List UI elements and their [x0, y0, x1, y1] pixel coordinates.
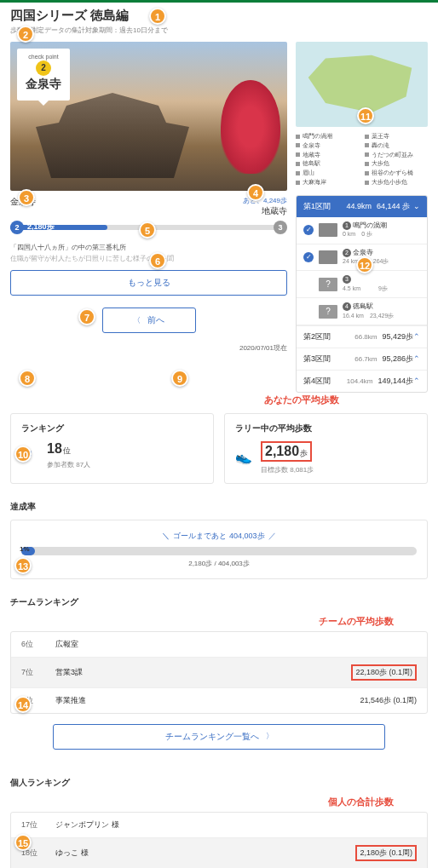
indiv-rank-table: 17位ジャンボプリン 様 18位ゆっこ 様2,180歩 (0.1周) 19位ya…: [10, 812, 428, 868]
chevron-left-icon: 〈: [133, 315, 141, 326]
table-row[interactable]: 18位ゆっこ 様2,180歩 (0.1周): [11, 838, 427, 868]
team-note: チームの平均歩数: [10, 615, 428, 628]
callout-14: 14: [14, 696, 32, 713]
team-rank-table: 6位広報室 7位営業3課22,180歩 (0.1周) 8位事業推進21,546歩…: [10, 631, 428, 714]
shoe-icon: 👟: [235, 449, 252, 466]
table-row[interactable]: 8位事業推進21,546歩 (0.1周): [11, 688, 427, 713]
section-4-row[interactable]: 第4区間104.4km149,144歩⌃: [297, 370, 427, 392]
indiv-note: 個人の合計歩数: [10, 796, 428, 808]
as-of-date: 2020/07/01現在: [10, 343, 287, 353]
callout-8: 8: [19, 370, 36, 387]
chevron-down-icon: ⌄: [413, 202, 420, 210]
callout-6: 6: [149, 252, 166, 269]
callout-7: 7: [78, 308, 95, 325]
section-item[interactable]: ? 4徳島駅16.4 km 23,429歩: [297, 298, 427, 325]
team-rank-button[interactable]: チームランキング一覧へ〉: [53, 724, 385, 750]
section-item[interactable]: ? 34.5 km 9歩: [297, 271, 427, 298]
team-rank-title: チームランキング: [10, 596, 428, 608]
callout-10: 10: [14, 445, 32, 463]
avg-steps-card: ラリー中の平均歩数 👟 2,180歩 目標歩数 8,081歩: [224, 413, 428, 484]
section-2-row[interactable]: 第2区間66.8km95,429歩⌃: [297, 325, 427, 348]
callout-11: 11: [357, 107, 374, 124]
indiv-rank-title: 個人ランキング: [10, 777, 428, 789]
ranking-card: ランキング ⚑ 18位 参加者数 87人: [10, 413, 214, 484]
table-row[interactable]: 7位営業3課22,180歩 (0.1周): [11, 658, 427, 688]
check-icon: ✓: [303, 225, 314, 235]
chevron-right-icon: 〉: [266, 731, 274, 742]
table-row[interactable]: 6位広報室: [11, 632, 427, 658]
callout-5: 5: [139, 221, 156, 239]
sections-panel: 第1区間 44.9km 64,144 歩 ⌄ ✓ 1鳴門の渦潮0 km 0 歩 …: [296, 195, 428, 393]
page-title: 四国シリーズ 徳島編: [10, 8, 428, 24]
callout-12: 12: [356, 256, 373, 273]
callout-9: 9: [171, 370, 188, 387]
check-icon: ✓: [303, 252, 314, 262]
chevron-up-icon: ⌃: [413, 332, 420, 341]
chevron-up-icon: ⌃: [413, 377, 420, 385]
section-1-header[interactable]: 第1区間 44.9km 64,144 歩 ⌄: [297, 196, 427, 217]
prev-button[interactable]: 〈 前へ: [102, 308, 196, 333]
achieve-title: 達成率: [10, 501, 428, 513]
poi-next: 地蔵寺: [243, 205, 287, 217]
callout-15: 15: [14, 834, 32, 851]
callout-3: 3: [18, 189, 35, 206]
callout-13: 13: [14, 557, 32, 574]
table-row[interactable]: 17位ジャンボプリン 様: [11, 813, 427, 838]
callout-4: 4: [247, 184, 264, 201]
callout-1: 1: [149, 8, 166, 25]
page-subtitle: 歩数計測定データの集計対象期間：過去10日分まで: [10, 26, 428, 35]
desc-heading: 「四国八十八ヵ所」の中の第三番札所: [10, 243, 287, 252]
section-3-row[interactable]: 第3区間66.7km95,286歩⌃: [297, 348, 427, 370]
more-button[interactable]: もっと見る: [10, 270, 287, 296]
section-item[interactable]: ✓ 1鳴門の渦潮0 km 0 歩: [297, 217, 427, 244]
achieve-card: ゴールまであと 404,003歩 1% 2,180歩 / 404,003歩: [10, 520, 428, 579]
checkpoint-badge: check point 2 金泉寺: [17, 49, 70, 101]
chevron-up-icon: ⌃: [413, 354, 420, 363]
checkpoint-photo: check point 2 金泉寺: [10, 42, 287, 191]
map-legend: 鳴門の渦潮薬王寺 金泉寺轟の滝 地蔵寺うだつの町並み 徳島駅大歩危 眉山祖谷のか…: [296, 132, 428, 187]
note-avg: あなたの平均歩数: [264, 394, 339, 406]
callout-2: 2: [17, 26, 34, 43]
